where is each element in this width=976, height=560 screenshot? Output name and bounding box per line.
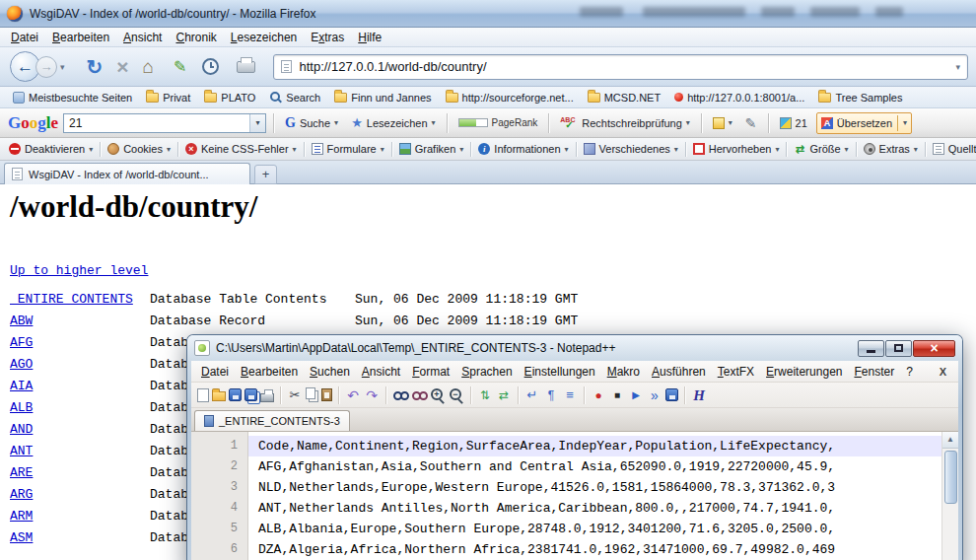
save-icon[interactable] (229, 388, 242, 401)
google-search-button[interactable]: G Suche (281, 113, 342, 133)
webdev-hervorheben[interactable]: Hervorheben (688, 143, 785, 155)
show-symbols-icon[interactable]: ¶ (543, 387, 559, 403)
record-macro-icon[interactable]: ● (591, 387, 606, 403)
scrollbar-thumb[interactable] (944, 451, 957, 504)
file-link[interactable]: AFG (10, 335, 33, 350)
find-icon[interactable] (392, 387, 408, 403)
bookmark-search[interactable]: Search (262, 87, 327, 108)
webdev-keine-css-fehler[interactable]: ×Keine CSS-Fehler (180, 143, 302, 155)
menu-item-hilfe[interactable]: Hilfe (351, 28, 388, 47)
npp-menu-ansicht[interactable]: Ansicht (356, 365, 406, 379)
pagerank-indicator[interactable]: PageRank (454, 115, 542, 130)
webdev-verschiedenes[interactable]: Verschiedenes (579, 143, 683, 155)
npp-menu-item[interactable]: ? (900, 365, 919, 379)
sync-horizontal-icon[interactable]: ⇄ (496, 387, 512, 403)
sync-vertical-icon[interactable]: ⇅ (477, 387, 493, 403)
home-button[interactable] (143, 56, 154, 78)
pencil-extension-button[interactable] (174, 57, 186, 76)
edit-button[interactable] (741, 113, 761, 133)
bookmark-http-127-0-0-1-8001-a[interactable]: http://127.0.0.1:8001/a... (667, 87, 811, 108)
vertical-scrollbar[interactable] (941, 432, 958, 560)
menu-item-chronik[interactable]: Chronik (169, 28, 223, 47)
forward-button[interactable] (35, 56, 57, 78)
url-dropdown-icon[interactable] (955, 62, 960, 72)
npp-menu-ausf-hren[interactable]: Ausführen (646, 365, 712, 379)
clock-extension-button[interactable] (202, 58, 219, 75)
reload-button[interactable] (87, 55, 104, 79)
webdev-extras[interactable]: Extras (859, 143, 923, 155)
npp-menu-bearbeiten[interactable]: Bearbeiten (235, 365, 304, 379)
close-button[interactable] (913, 340, 955, 357)
paste-icon[interactable] (321, 388, 332, 401)
minimize-button[interactable] (858, 340, 884, 357)
webdev-quellte[interactable]: Quellte... (928, 143, 976, 155)
scroll-up-button[interactable] (942, 432, 959, 449)
file-link[interactable]: ALB (10, 400, 33, 415)
copy-icon[interactable] (306, 387, 315, 399)
file-link[interactable]: ANT (10, 444, 33, 458)
menu-item-datei[interactable]: Datei (4, 28, 45, 47)
bookmark-tree-samples[interactable]: Tree Samples (811, 87, 909, 108)
bookmark-finn-und-jannes[interactable]: Finn und Jannes (327, 87, 438, 108)
menu-item-lesezeichen[interactable]: Lesezeichen (224, 28, 304, 47)
cut-icon[interactable]: ✂ (287, 387, 303, 403)
stop-macro-icon[interactable]: ■ (609, 387, 625, 403)
webdev-gr-e[interactable]: ⇄Größe (789, 143, 853, 155)
webdev-formulare[interactable]: Formulare (307, 143, 389, 155)
file-link[interactable]: AND (10, 422, 33, 437)
redo-icon[interactable]: ↷ (364, 387, 380, 403)
file-link[interactable]: ABW (10, 314, 33, 328)
document-tab[interactable]: _ENTIRE_CONTENTS-3 (194, 410, 350, 431)
file-link[interactable]: ENTIRE CONTENTS (10, 292, 133, 307)
npp-menu-textfx[interactable]: TextFX (712, 365, 760, 379)
npp-menu-fenster[interactable]: Fenster (848, 365, 900, 379)
zoom-out-icon[interactable]: − (449, 387, 464, 403)
firefox-titlebar[interactable]: WsgiDAV - Index of /world-db/country/ - … (0, 0, 976, 28)
npp-menu-datei[interactable]: Datei (195, 365, 235, 379)
print-button[interactable] (237, 61, 255, 73)
word-wrap-icon[interactable]: ↵ (524, 387, 540, 403)
menu-item-ansicht[interactable]: Ansicht (116, 28, 169, 47)
undo-icon[interactable]: ↶ (345, 387, 361, 403)
npp-menu-format[interactable]: Format (406, 365, 455, 379)
url-bar[interactable]: http://127.0.0.1/world-db/country/ (273, 54, 968, 80)
google-search-value[interactable]: 21 (64, 116, 249, 130)
npp-menu-sprachen[interactable]: Sprachen (455, 365, 518, 379)
google-bookmarks-button[interactable]: Lesezeichen (347, 113, 439, 132)
webdev-deaktivieren[interactable]: Deaktivieren (4, 143, 98, 155)
npp-menu-suchen[interactable]: Suchen (304, 365, 356, 379)
npp-menu-erweiterungen[interactable]: Erweiterungen (760, 365, 848, 379)
save-all-icon[interactable] (244, 388, 257, 401)
print-icon[interactable] (260, 393, 274, 402)
webdev-grafiken[interactable]: Grafiken (394, 143, 469, 155)
new-tab-button[interactable]: + (254, 165, 277, 184)
file-link[interactable]: ARG (10, 487, 33, 502)
hex-view-icon[interactable]: H (691, 387, 707, 403)
chevron-down-icon[interactable] (903, 118, 907, 127)
google-search-box[interactable]: 21 (63, 113, 266, 133)
bookmark-plato[interactable]: PLATO (197, 87, 262, 108)
tab-wsgidav[interactable]: WsgiDAV - Index of /world-db/count... (4, 163, 250, 184)
menu-item-extras[interactable]: Extras (304, 28, 351, 47)
play-macro-icon[interactable]: ▶ (628, 387, 644, 403)
run-macro-multiple-icon[interactable]: » (647, 387, 662, 403)
chevron-down-icon[interactable] (249, 114, 265, 132)
new-file-icon[interactable] (197, 388, 209, 402)
bookmark-privat[interactable]: Privat (139, 87, 197, 108)
maximize-button[interactable] (885, 340, 912, 357)
file-link[interactable]: ARE (10, 465, 33, 480)
open-file-icon[interactable] (212, 391, 226, 401)
file-link[interactable]: ARM (10, 509, 33, 524)
notepadpp-titlebar[interactable]: C:\Users\Martin\AppData\Local\Temp\_ENTI… (187, 335, 962, 361)
file-link[interactable]: AIA (10, 379, 33, 393)
bookmark-mcsd-net[interactable]: MCSD.NET (581, 87, 667, 108)
bookmark-meistbesuchte-seiten[interactable]: Meistbesuchte Seiten (6, 87, 139, 108)
up-to-higher-level-link[interactable]: Up to higher level (10, 263, 148, 278)
npp-menu-makro[interactable]: Makro (601, 365, 646, 379)
stop-button[interactable] (116, 55, 128, 79)
url-text[interactable]: http://127.0.0.1/world-db/country/ (299, 59, 951, 74)
npp-menu-einstellungen[interactable]: Einstellungen (519, 365, 601, 379)
highlight-term-button[interactable]: 21 (776, 115, 811, 131)
save-macro-icon[interactable] (665, 388, 678, 401)
translate-button[interactable]: Übersetzen (816, 112, 912, 134)
